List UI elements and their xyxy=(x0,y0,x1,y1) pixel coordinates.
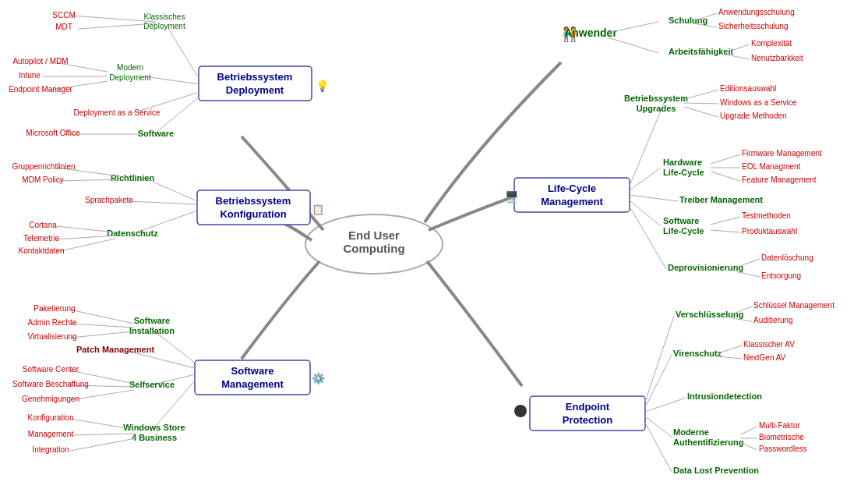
hw-lc-label: Hardware xyxy=(663,158,702,167)
feature-mgmt-label: Feature Management xyxy=(742,175,817,184)
management-label: Management xyxy=(28,430,74,438)
mdm-policy-label: MDM Policy xyxy=(22,175,63,184)
selfservice-label: Selfservice xyxy=(129,380,175,389)
lcm-label2: Management xyxy=(541,196,603,207)
sw-beschaffung-label: Software Beschaffung xyxy=(12,380,89,388)
nextgen-av-label: NextGen AV xyxy=(743,353,786,362)
hw-lc-label2: Life-Cycle xyxy=(663,168,704,177)
gruppen-label: Gruppenrichtlinien xyxy=(12,162,75,171)
gear-icon: ⚙️ xyxy=(312,372,326,385)
lightbulb-icon: 💡 xyxy=(316,80,330,93)
virtualisierung-label: Virtualisierung xyxy=(27,332,76,341)
computer-icon: 🖥️ xyxy=(505,190,519,204)
mdt-label: MDT xyxy=(55,23,72,31)
testmeth-label: Testmethoden xyxy=(742,211,791,220)
bk-label: Betriebssystem xyxy=(216,195,291,207)
sccm-label: SCCM xyxy=(52,11,75,19)
win-store-label2: 4 Business xyxy=(132,433,177,442)
intune-label: Intune xyxy=(19,71,41,80)
edition-label: Editionsauswahl xyxy=(720,84,776,93)
klassisches-label2: Deployment xyxy=(143,22,185,30)
daas-label: Deployment as a Service xyxy=(73,108,161,117)
list-icon: 📋 xyxy=(312,203,325,216)
sw-install-label2: Installation xyxy=(129,326,175,335)
win-store-label: Windows Store xyxy=(123,423,185,432)
konfiguration-label: Konfiguration xyxy=(28,413,74,422)
klass-av-label: Klassischer AV xyxy=(743,340,795,349)
endpoint-icon xyxy=(514,405,527,417)
bs-upgrades-label2: Upgrades xyxy=(637,104,676,113)
passwordless-label: Passwordless xyxy=(759,445,807,453)
schluessel-label: Schlüssel Management xyxy=(753,301,834,310)
sw-install-label: Software xyxy=(134,316,170,325)
auditierung-label: Auditierung xyxy=(753,316,793,324)
datenschutz-label: Datenschutz xyxy=(107,229,158,238)
ep-label2: Protection xyxy=(563,414,612,426)
mod-auth-label2: Authentifizierung xyxy=(673,438,743,447)
modern-label2: Deployment xyxy=(109,73,151,82)
datenl-label: Datenlöschung xyxy=(761,253,813,262)
firmware-label: Firmware Management xyxy=(742,149,822,158)
biometrisch-label: Biometrische xyxy=(759,433,804,441)
center-label: End User xyxy=(348,229,400,242)
intrusion-label: Intrusiondetection xyxy=(687,392,762,401)
sw-lc-label: Software xyxy=(663,216,699,225)
autopilot-label: Autopilot / MDM xyxy=(12,57,68,66)
multifaktor-label: Multi-Faktor xyxy=(759,421,800,430)
entsorgung-label: Entsorgung xyxy=(761,271,801,280)
sw-lc-label2: Life-Cycle xyxy=(663,226,704,236)
center-label2: Computing xyxy=(343,242,404,255)
bs-upgrades-label: Betriebssystem xyxy=(624,94,688,103)
viren-label: Virenschutz xyxy=(673,349,722,358)
deprov-label: Deprovisionierung xyxy=(668,263,743,272)
endpoint-mgr-label: Endpoint Manager xyxy=(9,85,72,94)
eol-label: EOL Managment xyxy=(742,162,800,171)
ep-label: Endpoint xyxy=(566,401,610,413)
cortana-label: Cortana xyxy=(29,221,57,229)
bd-label2: Deployment xyxy=(226,84,284,96)
produktaus-label: Produktauswahl xyxy=(742,227,797,236)
admin-rechte-label: Admin Rechte xyxy=(28,318,77,327)
mindmap: End User Computing Betriebssystem Deploy… xyxy=(0,0,868,489)
software-dep-label: Software xyxy=(138,129,174,138)
arbeitsf-label: Arbeitsfähigkeit xyxy=(669,47,733,56)
bd-label: Betriebssystem xyxy=(217,71,293,83)
waas-label: Windows as a Service xyxy=(720,98,797,107)
anw-schulung-label: Anwendungsschulung xyxy=(718,8,795,16)
sw-center-label: Software Center xyxy=(23,365,79,374)
telemetrie-label: Telemetrie xyxy=(23,234,60,243)
paketierung-label: Paketierung xyxy=(34,304,75,313)
ms-office-label: Microsoft Office xyxy=(26,129,80,137)
lcm-label: Life-Cycle xyxy=(548,182,596,194)
richtlinien-label: Richtlinien xyxy=(111,173,155,182)
nenutz-label: Nenutzbarkkeit xyxy=(751,54,803,62)
komplex-label: Komplexität xyxy=(751,39,792,48)
kontaktdaten-label: Kontaktdaten xyxy=(19,246,65,255)
schulung-label: Schulung xyxy=(669,16,707,25)
bk-label2: Konfiguration xyxy=(220,208,286,220)
genehmigungen-label: Genehmigungen xyxy=(22,395,79,403)
modern-label: Modern xyxy=(117,63,143,72)
sm-label: Software xyxy=(231,365,274,377)
mod-auth-label: Moderne xyxy=(673,427,709,437)
klassisches-label: Klassisches xyxy=(144,12,185,21)
dlp-label: Data Lost Prevention xyxy=(673,466,759,475)
upgrade-meth-label: Upgrade Methoden xyxy=(720,112,787,120)
treiber-label: Treiber Management xyxy=(679,195,763,204)
integration-label: Integration xyxy=(32,445,69,454)
sm-label2: Management xyxy=(221,378,284,390)
patch-label: Patch Management xyxy=(76,345,155,354)
sprachpakete-label: Sprachpakete xyxy=(85,196,133,204)
sich-schulung-label: Sicherheitsschulung xyxy=(718,22,789,30)
